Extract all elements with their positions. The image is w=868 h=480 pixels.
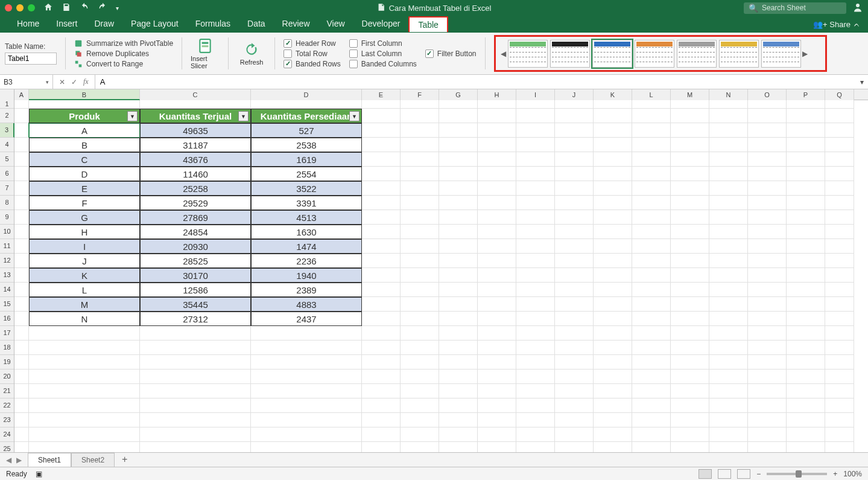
grid-cell[interactable]	[362, 138, 401, 152]
grid-cell[interactable]	[825, 398, 854, 413]
grid-cell[interactable]	[251, 326, 362, 341]
grid-cell[interactable]	[748, 167, 787, 181]
grid-cell[interactable]	[825, 413, 854, 427]
grid-cell[interactable]	[516, 123, 555, 138]
column-header[interactable]: K	[594, 89, 632, 100]
grid-cell[interactable]	[478, 370, 516, 384]
grid-cell[interactable]	[14, 123, 29, 138]
grid-cell[interactable]	[14, 283, 29, 297]
grid-cell[interactable]	[671, 297, 709, 312]
column-header[interactable]: B	[29, 89, 140, 100]
grid-cell[interactable]	[709, 210, 748, 225]
grid-cell[interactable]	[478, 442, 516, 452]
grid-cell[interactable]	[516, 254, 555, 268]
grid-cell[interactable]	[594, 109, 632, 123]
grid-cell[interactable]: I	[29, 239, 140, 254]
grid-cell[interactable]	[632, 341, 671, 355]
grid-cell[interactable]	[671, 254, 709, 268]
grid-cell[interactable]	[362, 152, 401, 167]
grid-cell[interactable]	[709, 427, 748, 442]
grid-cell[interactable]	[439, 297, 478, 312]
grid-cell[interactable]	[401, 283, 439, 297]
grid-cell[interactable]	[439, 341, 478, 355]
grid-cell[interactable]	[362, 398, 401, 413]
grid-cell[interactable]	[748, 427, 787, 442]
grid-cell[interactable]	[748, 181, 787, 196]
grid-cell[interactable]	[748, 109, 787, 123]
grid-cell[interactable]	[787, 138, 825, 152]
add-sheet-button[interactable]: +	[115, 454, 135, 465]
grid-cell[interactable]	[709, 254, 748, 268]
grid-cell[interactable]	[787, 109, 825, 123]
grid-cell[interactable]: 2389	[251, 283, 362, 297]
grid-cell[interactable]	[632, 138, 671, 152]
row-header[interactable]: 12	[0, 254, 14, 268]
page-break-view-button[interactable]	[737, 469, 750, 479]
grid-cell[interactable]	[555, 254, 594, 268]
grid-cell[interactable]	[439, 398, 478, 413]
fx-icon[interactable]: fx	[83, 77, 89, 86]
grid-cell[interactable]	[671, 196, 709, 210]
grid-cell[interactable]: 27312	[140, 312, 251, 326]
row-header[interactable]: 11	[0, 239, 14, 254]
banded-columns-checkbox[interactable]	[349, 60, 358, 68]
grid-cell[interactable]	[140, 370, 251, 384]
grid-cell[interactable]	[787, 427, 825, 442]
grid-cell[interactable]	[362, 442, 401, 452]
grid-cell[interactable]	[14, 297, 29, 312]
row-header[interactable]: 2	[0, 109, 14, 123]
grid-cell[interactable]	[671, 283, 709, 297]
grid-cell[interactable]	[439, 100, 478, 109]
grid-cell[interactable]	[787, 312, 825, 326]
grid-cell[interactable]: A	[29, 123, 140, 138]
grid-cell[interactable]	[555, 370, 594, 384]
grid-cell[interactable]	[555, 326, 594, 341]
row-header[interactable]: 23	[0, 413, 14, 427]
grid-cell[interactable]	[362, 100, 401, 109]
grid-cell[interactable]: F	[29, 196, 140, 210]
grid-cell[interactable]: 2554	[251, 167, 362, 181]
grid-cell[interactable]	[439, 326, 478, 341]
grid-cell[interactable]	[594, 312, 632, 326]
grid-cell[interactable]	[632, 297, 671, 312]
ribbon-tab-formulas[interactable]: Formulas	[187, 16, 239, 32]
grid-cell[interactable]	[478, 268, 516, 283]
expand-formula-bar-icon[interactable]: ▾	[856, 75, 868, 89]
grid-cell[interactable]	[787, 268, 825, 283]
table-style-option[interactable]	[677, 40, 717, 68]
grid-cell[interactable]	[632, 254, 671, 268]
grid-cell[interactable]	[555, 427, 594, 442]
grid-cell[interactable]	[671, 225, 709, 239]
grid-cell[interactable]	[787, 384, 825, 398]
grid-cell[interactable]	[516, 239, 555, 254]
grid-cell[interactable]	[401, 225, 439, 239]
grid-cell[interactable]	[787, 370, 825, 384]
grid-cell[interactable]	[478, 109, 516, 123]
grid-cell[interactable]: N	[29, 312, 140, 326]
column-header[interactable]: Q	[825, 89, 854, 100]
grid-cell[interactable]: 4883	[251, 297, 362, 312]
grid-cell[interactable]	[748, 297, 787, 312]
grid-cell[interactable]	[632, 100, 671, 109]
grid-cell[interactable]	[555, 138, 594, 152]
grid-cell[interactable]	[401, 100, 439, 109]
grid-cell[interactable]	[362, 239, 401, 254]
table-style-option[interactable]	[592, 40, 632, 68]
grid-cell[interactable]	[401, 442, 439, 452]
zoom-slider[interactable]	[767, 473, 827, 475]
grid-cell[interactable]	[709, 355, 748, 370]
grid-cell[interactable]	[709, 398, 748, 413]
grid-cell[interactable]: 1474	[251, 239, 362, 254]
sheet-tab[interactable]: Sheet2	[71, 453, 115, 467]
grid-cell[interactable]: 31187	[140, 138, 251, 152]
grid-cell[interactable]: L	[29, 283, 140, 297]
grid-cell[interactable]	[251, 341, 362, 355]
grid-cell[interactable]	[632, 196, 671, 210]
grid-cell[interactable]	[671, 442, 709, 452]
grid-cell[interactable]	[825, 210, 854, 225]
macro-record-icon[interactable]: ▣	[36, 470, 42, 478]
grid-cell[interactable]	[516, 196, 555, 210]
grid-cell[interactable]	[671, 427, 709, 442]
filter-dropdown-icon[interactable]: ▼	[127, 111, 138, 121]
grid-cell[interactable]	[14, 167, 29, 181]
